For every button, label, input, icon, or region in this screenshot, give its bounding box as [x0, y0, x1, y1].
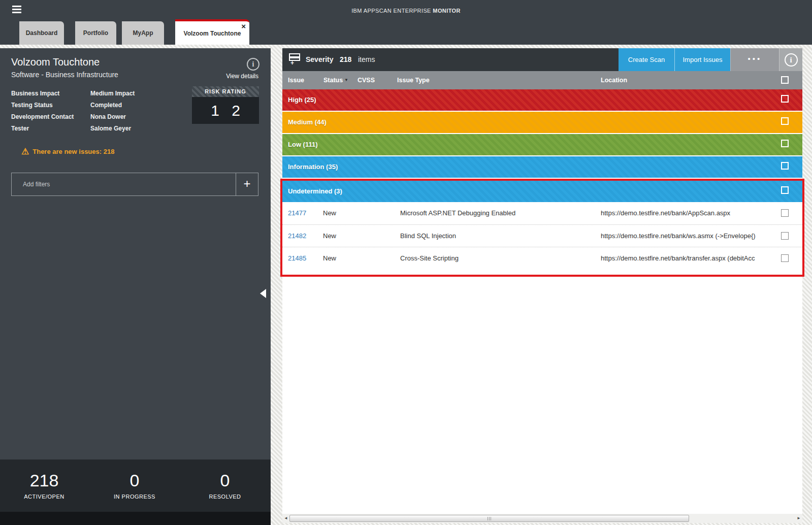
meta-row: Testing Status Completed [11, 102, 184, 110]
issue-id-link[interactable]: 21477 [288, 202, 306, 224]
issue-row[interactable]: 21477 New Microsoft ASP.NET Debugging En… [282, 202, 802, 224]
severity-group-medium[interactable]: Medium (44) [282, 112, 802, 133]
issues-table-header: Issue Status ▼ CVSS Issue Type Location [282, 71, 802, 89]
group-checkbox[interactable] [781, 186, 789, 194]
issue-row[interactable]: 21485 New Cross-Site Scripting https://d… [282, 247, 802, 269]
stat-active-open: 218 ACTIVE/OPEN [0, 460, 90, 500]
group-checkbox[interactable] [781, 140, 789, 147]
tab-volzoom-label: Volzoom Touchtone [184, 30, 241, 37]
horizontal-scrollbar[interactable]: ◄ ► [282, 514, 802, 523]
issue-checkbox[interactable] [781, 254, 789, 262]
sort-desc-icon[interactable]: ▼ [344, 71, 348, 89]
issue-type: Cross-Site Scripting [400, 247, 459, 270]
group-label: Information (35) [288, 156, 338, 178]
meta-row: Development Contact Nona Dower [11, 113, 184, 121]
meta-row: Business Impact Medium Impact [11, 90, 184, 98]
panel-info-button[interactable]: i [779, 48, 802, 71]
issue-checkbox[interactable] [781, 209, 789, 217]
add-filters-placeholder: Add filters [23, 173, 50, 195]
meta-value: Salome Geyer [90, 125, 131, 132]
issue-status: New [323, 225, 336, 247]
column-issue-type[interactable]: Issue Type [397, 71, 430, 89]
info-icon[interactable]: i [247, 58, 259, 71]
issues-toolbar: + Severity 218 items Create Scan Import … [282, 48, 802, 71]
issue-location: https://demo.testfire.net/bank/AppScan.a… [601, 202, 773, 224]
top-header: IBM APPSCAN ENTERPRISE MONITOR Dashboard… [0, 0, 812, 45]
group-checkbox[interactable] [781, 95, 789, 103]
risk-rating-header: RISK RATING [192, 86, 259, 97]
tab-portfolio[interactable]: Portfolio [75, 21, 116, 45]
issue-location: https://demo.testfire.net/bank/transfer.… [601, 247, 773, 270]
new-issues-warning: ⚠There are new issues: 218 [21, 146, 114, 157]
issue-checkbox[interactable] [781, 232, 789, 240]
scroll-right-icon[interactable]: ► [795, 514, 802, 523]
column-status[interactable]: Status [323, 71, 343, 89]
toolbar-buttons: Create Scan Import Issues ••• i [619, 48, 802, 71]
stat-value: 218 [0, 471, 90, 490]
warning-text: There are new issues: 218 [33, 148, 114, 155]
create-scan-button[interactable]: Create Scan [619, 48, 674, 71]
stat-value: 0 [179, 471, 271, 490]
issues-panel: + Severity 218 items Create Scan Import … [282, 48, 802, 523]
collapse-panel-arrow-icon[interactable] [260, 289, 266, 298]
import-issues-button[interactable]: Import Issues [674, 48, 730, 71]
meta-label: Tester [11, 125, 29, 132]
issue-row[interactable]: 21482 New Blind SQL Injection https://de… [282, 224, 802, 247]
stat-value: 0 [89, 471, 180, 490]
app-title: IBM APPSCAN ENTERPRISE MONITOR [0, 8, 812, 14]
issue-id-link[interactable]: 21482 [288, 225, 306, 247]
column-cvss[interactable]: CVSS [358, 71, 375, 89]
meta-row: Tester Salome Geyer [11, 125, 184, 133]
group-by-label[interactable]: Severity [306, 48, 333, 71]
group-by-icon[interactable]: + [289, 53, 300, 65]
group-label: High (25) [288, 89, 316, 111]
app-title-prefix: IBM APPSCAN ENTERPRISE [351, 8, 433, 14]
column-location[interactable]: Location [601, 71, 627, 89]
meta-label: Testing Status [11, 102, 53, 109]
group-checkbox[interactable] [781, 162, 789, 170]
tab-dashboard[interactable]: Dashboard [19, 21, 64, 45]
tab-close-icon[interactable]: × [241, 22, 246, 30]
severity-group-undetermined[interactable]: Undetermined (3) [282, 181, 802, 202]
meta-value: Completed [90, 102, 122, 109]
stat-label: RESOLVED [179, 494, 271, 500]
issue-type: Blind SQL Injection [400, 225, 456, 247]
info-icon: i [785, 53, 798, 67]
issue-status: New [323, 247, 336, 270]
issue-id-link[interactable]: 21485 [288, 247, 306, 270]
risk-rating-value: 1 2 [192, 97, 259, 124]
meta-label: Development Contact [11, 113, 74, 120]
scrollbar-grip [488, 517, 492, 520]
meta-label: Business Impact [11, 90, 59, 97]
select-all-checkbox[interactable] [781, 76, 789, 84]
group-label: Low (111) [288, 134, 318, 155]
app-title-bold: MONITOR [433, 8, 461, 14]
severity-group-information[interactable]: Information (35) [282, 156, 802, 178]
warning-icon: ⚠ [21, 147, 29, 156]
column-issue[interactable]: Issue [288, 71, 304, 89]
tab-myapp[interactable]: MyApp [122, 21, 164, 45]
more-actions-button[interactable]: ••• [730, 48, 779, 71]
severity-group-low[interactable]: Low (111) [282, 134, 802, 155]
scroll-left-icon[interactable]: ◄ [282, 514, 289, 523]
left-panel-footer [0, 512, 271, 525]
group-label: Undetermined (3) [288, 181, 342, 202]
issue-type: Microsoft ASP.NET Debugging Enabled [400, 202, 515, 224]
meta-value: Nona Dower [90, 113, 126, 120]
application-summary-panel: Volzoom Touchtone Software - Business In… [0, 48, 271, 525]
view-details-link[interactable]: View details [226, 73, 258, 80]
meta-value: Medium Impact [90, 90, 135, 97]
issue-location: https://demo.testfire.net/bank/ws.asmx (… [601, 225, 773, 247]
add-filters-input[interactable]: Add filters + [11, 173, 258, 196]
tab-volzoom-touchtone[interactable]: Volzoom Touchtone × [175, 19, 249, 45]
application-title: Volzoom Touchtone [11, 56, 100, 68]
items-count: 218 [340, 48, 351, 71]
stat-resolved: 0 RESOLVED [179, 460, 271, 500]
group-checkbox[interactable] [781, 117, 789, 125]
scrollbar-thumb[interactable] [289, 515, 689, 522]
group-label: Medium (44) [288, 112, 327, 133]
items-count-suffix: items [358, 48, 375, 71]
severity-group-high[interactable]: High (25) [282, 89, 802, 111]
highlight-annotation-box: Undetermined (3) 21477 New Microsoft ASP… [280, 179, 804, 277]
add-filter-button[interactable]: + [236, 173, 258, 195]
